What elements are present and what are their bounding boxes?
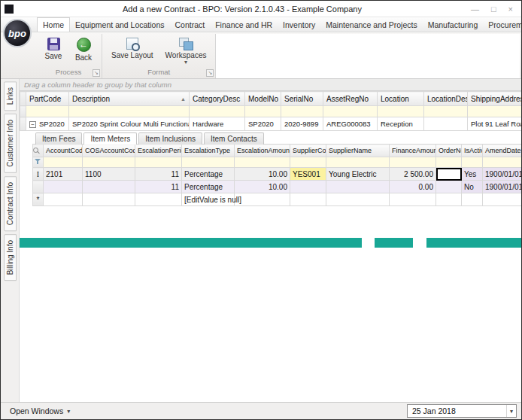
- filter-cell[interactable]: [69, 106, 190, 117]
- scrollbar-segment[interactable]: [375, 238, 413, 248]
- filter-cell[interactable]: [326, 157, 390, 168]
- cell-isactive[interactable]: No: [462, 181, 483, 193]
- column-header-escalationtype[interactable]: EscalationType: [182, 145, 235, 157]
- cell-accountcode[interactable]: [44, 193, 83, 206]
- tab-procurement[interactable]: Procurement: [483, 18, 522, 32]
- cell-cosaccountcode[interactable]: [83, 181, 135, 193]
- save-button[interactable]: Save: [40, 35, 67, 61]
- column-header-location[interactable]: Location: [378, 92, 424, 106]
- close-icon[interactable]: ×: [508, 5, 513, 14]
- cell-financeamount[interactable]: 2 500.00: [390, 168, 436, 181]
- filter-cell[interactable]: [135, 157, 182, 168]
- sidebar-item-contract-info[interactable]: Contract Info: [4, 176, 17, 231]
- cell-isactive[interactable]: [462, 193, 483, 206]
- tab-manufacturing[interactable]: Manufacturing: [423, 18, 484, 32]
- sidebar-item-customer-info[interactable]: Customer Info: [4, 114, 17, 173]
- column-header-partcode[interactable]: PartCode: [26, 92, 69, 106]
- tab-maintenance-and-projects[interactable]: Maintenance and Projects: [320, 18, 422, 32]
- cell-escalationtype[interactable]: Percentage: [182, 181, 235, 193]
- maximize-icon[interactable]: □: [491, 5, 496, 14]
- cell-orderno-focused[interactable]: [436, 168, 462, 181]
- cell-orderno[interactable]: [436, 193, 462, 206]
- cell-location[interactable]: Reception: [378, 117, 424, 131]
- cell-suppliercode[interactable]: [290, 181, 326, 193]
- cell-serialno[interactable]: 2020-9899: [281, 117, 323, 131]
- cell-suppliercode[interactable]: YES001: [290, 168, 326, 181]
- cell-escalationperiod[interactable]: 11: [135, 181, 182, 193]
- cell-shippingaddress[interactable]: Plot 91 Leaf Road, Fo: [468, 117, 522, 131]
- cell-suppliercode[interactable]: [290, 193, 326, 206]
- cell-locationdesc[interactable]: [424, 117, 468, 131]
- filter-cell[interactable]: [182, 157, 235, 168]
- column-header-shippingaddress[interactable]: ShippingAddress: [468, 92, 522, 106]
- cell-escalationamount[interactable]: [235, 193, 290, 206]
- open-windows-button[interactable]: Open Windows ▾: [4, 405, 76, 417]
- column-header-assetregno[interactable]: AssetRegNo: [323, 92, 378, 106]
- column-header-financeamount[interactable]: FinanceAmount: [390, 145, 436, 157]
- cell-financeamount[interactable]: [390, 193, 436, 206]
- bpo-logo-button[interactable]: bpo: [3, 19, 32, 47]
- cell-suppliername[interactable]: [326, 193, 390, 206]
- cell-assetregno[interactable]: AREG000083: [323, 117, 378, 131]
- cell-accountcode[interactable]: 2101: [44, 168, 83, 181]
- cell-modelno[interactable]: SP2020: [245, 117, 281, 131]
- cell-orderno[interactable]: [436, 181, 462, 193]
- filter-cell[interactable]: [424, 106, 468, 117]
- cell-cosaccountcode[interactable]: 1100: [83, 168, 135, 181]
- cell-categorydesc[interactable]: Hardware: [190, 117, 245, 131]
- tab-equipment-and-locations[interactable]: Equipment and Locations: [70, 18, 170, 32]
- date-picker[interactable]: 25 Jan 2018 ▾: [407, 404, 517, 418]
- filter-cell[interactable]: [462, 157, 483, 168]
- filter-cell[interactable]: [378, 106, 424, 117]
- cell-amenddate[interactable]: 1900/01/01: [483, 181, 522, 193]
- filter-cell[interactable]: [235, 157, 290, 168]
- dialog-launcher-icon[interactable]: ↘: [93, 69, 100, 77]
- column-header-serialno[interactable]: SerialNo: [281, 92, 323, 106]
- back-button[interactable]: ← Back: [70, 35, 97, 62]
- group-by-panel[interactable]: Drag a column header to group by that co…: [20, 79, 521, 91]
- column-header-orderno[interactable]: OrderNo: [436, 145, 462, 157]
- scrollbar-segment[interactable]: [20, 238, 362, 248]
- minimize-icon[interactable]: —: [471, 5, 479, 14]
- column-header-escalationamount[interactable]: EscalationAmount: [235, 145, 290, 157]
- column-header-modelno[interactable]: ModelNo: [245, 92, 281, 106]
- tab-item-inclusions[interactable]: Item Inclusions: [138, 132, 202, 145]
- tab-item-contacts[interactable]: Item Contacts: [204, 132, 264, 145]
- cell-cosaccountcode[interactable]: [83, 193, 135, 206]
- cell-partcode[interactable]: −SP2020: [26, 117, 69, 131]
- cell-amenddate[interactable]: [483, 193, 522, 206]
- scrollbar-segment[interactable]: [426, 238, 521, 248]
- cell-financeamount[interactable]: 0.00: [390, 181, 436, 193]
- column-header-locationdesc[interactable]: LocationDesc: [424, 92, 468, 106]
- column-header-categorydesc[interactable]: CategoryDesc: [190, 92, 245, 106]
- tab-inventory[interactable]: Inventory: [278, 18, 320, 32]
- tab-contract[interactable]: Contract: [170, 18, 211, 32]
- save-layout-button[interactable]: Save Layout: [107, 35, 158, 60]
- dialog-launcher-icon[interactable]: ↘: [206, 69, 214, 77]
- cell-isactive[interactable]: Yes: [462, 168, 483, 181]
- column-header-cosaccountcode[interactable]: COSAccountCode: [83, 145, 135, 157]
- cell-escalationtype-null[interactable]: [EditValue is null]: [182, 193, 235, 206]
- cell-escalationamount[interactable]: 10.00: [235, 181, 290, 193]
- filter-cell[interactable]: [483, 157, 522, 168]
- cell-escalationamount[interactable]: 10.00: [235, 168, 290, 181]
- search-icon[interactable]: [33, 145, 44, 157]
- cell-escalationtype[interactable]: Percentage: [182, 168, 235, 181]
- column-header-isactive[interactable]: IsActive: [462, 145, 483, 157]
- filter-cell[interactable]: [83, 157, 135, 168]
- tab-item-fees[interactable]: Item Fees: [35, 132, 82, 145]
- column-header-amenddate[interactable]: AmendDate: [483, 145, 522, 157]
- cell-escalationperiod[interactable]: 11: [135, 168, 182, 181]
- sidebar-item-billing-info[interactable]: Billing Info: [4, 234, 17, 281]
- filter-cell[interactable]: [281, 106, 323, 117]
- filter-cell[interactable]: [468, 106, 522, 117]
- filter-cell[interactable]: [44, 157, 83, 168]
- tab-finance-and-hr[interactable]: Finance and HR: [210, 18, 278, 32]
- filter-cell[interactable]: [190, 106, 245, 117]
- collapse-row-icon[interactable]: −: [29, 121, 36, 128]
- column-header-description[interactable]: ▲Description: [69, 92, 190, 106]
- column-header-escalationperiod[interactable]: EscalationPeriod: [135, 145, 182, 157]
- cell-amenddate[interactable]: 1900/01/01: [483, 168, 522, 181]
- sidebar-item-links[interactable]: Links: [4, 81, 17, 111]
- workspaces-button[interactable]: Workspaces ▾: [161, 35, 211, 65]
